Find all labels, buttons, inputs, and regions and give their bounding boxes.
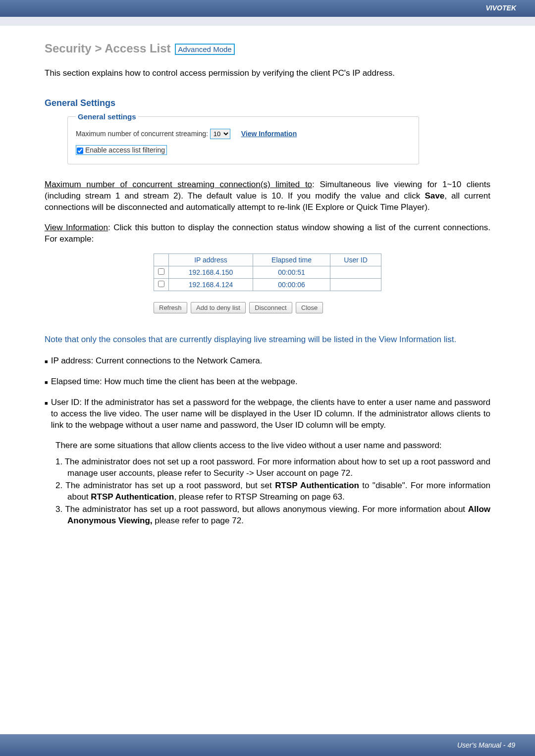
enable-filtering-wrap[interactable]: Enable access list filtering — [76, 145, 167, 155]
para-viewinfo-rest: : Click this button to display the conne… — [45, 223, 490, 244]
add-to-deny-button[interactable]: Add to deny list — [191, 302, 246, 313]
table-header-row: IP address Elapsed time User ID — [154, 254, 381, 266]
enable-filtering-checkbox[interactable] — [77, 148, 83, 154]
brand-text: VIVOTEK — [486, 4, 516, 12]
enable-filtering-label: Enable access list filtering — [85, 146, 165, 154]
table-row: 192.168.4.150 00:00:51 — [154, 266, 381, 279]
para-viewinfo-underline: View Information — [45, 223, 108, 232]
para-max-underline: Maximum number of concurrent streaming c… — [45, 180, 312, 189]
row-checkbox[interactable] — [158, 281, 164, 287]
list-item: 3. The administrator has set up a root p… — [55, 504, 490, 527]
para-max-streaming: Maximum number of concurrent streaming c… — [45, 179, 490, 213]
close-button[interactable]: Close — [296, 302, 323, 313]
para-view-information: View Information: Click this button to d… — [45, 222, 490, 245]
general-settings-legend: General settings — [76, 112, 138, 121]
col-elapsed: Elapsed time — [253, 254, 330, 266]
list-item: 1. The administrator does not set up a r… — [55, 456, 490, 479]
col-ip: IP address — [169, 254, 253, 266]
bullet-userid-text: User ID: If the administrator has set a … — [51, 397, 490, 431]
general-settings-fieldset: General settings Maximum number of concu… — [67, 112, 419, 164]
table-row: 192.168.4.124 00:00:06 — [154, 279, 381, 291]
bullet-icon: ■ — [45, 397, 48, 431]
refresh-button[interactable]: Refresh — [154, 302, 187, 313]
intro-paragraph: This section explains how to control acc… — [45, 67, 490, 79]
max-streaming-label: Maximum number of concurrent streaming: — [76, 130, 208, 138]
bullet-elapsed: ■ Elapsed time: How much time the client… — [45, 376, 490, 388]
row-checkbox[interactable] — [158, 268, 164, 275]
connections-panel: IP address Elapsed time User ID 192.168.… — [154, 253, 381, 313]
connections-table: IP address Elapsed time User ID 192.168.… — [154, 253, 381, 291]
disconnect-button[interactable]: Disconnect — [249, 302, 292, 313]
bullet-icon: ■ — [45, 355, 48, 367]
note-consoles: Note that only the consoles that are cur… — [45, 334, 490, 346]
col-check — [154, 254, 169, 266]
cell-ip: 192.168.4.124 — [169, 279, 253, 291]
cell-user — [330, 266, 381, 279]
view-information-link[interactable]: View Information — [241, 130, 297, 138]
bullet-userid: ■ User ID: If the administrator has set … — [45, 397, 490, 431]
advanced-mode-badge: Advanced Mode — [175, 44, 234, 55]
buttons-row: Refresh Add to deny list Disconnect Clos… — [154, 302, 381, 313]
general-settings-heading: General Settings — [45, 98, 490, 108]
max-streaming-select[interactable]: 10 — [210, 129, 230, 139]
bullet-ip-address: ■ IP address: Current connections to the… — [45, 355, 490, 367]
page-title-text: Security > Access List — [45, 42, 171, 55]
cell-time: 00:00:51 — [253, 266, 330, 279]
page-content: Security > Access List Advanced Mode Thi… — [0, 26, 535, 739]
footer-bar: User's Manual - 49 — [0, 734, 535, 756]
bullet-ip-text: IP address: Current connections to the N… — [51, 355, 490, 367]
numbered-list: 1. The administrator does not set up a r… — [55, 456, 490, 527]
list-item: 2. The administrator has set up a root p… — [55, 480, 490, 503]
col-userid: User ID — [330, 254, 381, 266]
bullet-icon: ■ — [45, 376, 48, 388]
brand-header: VIVOTEK — [0, 0, 535, 17]
page-title: Security > Access List Advanced Mode — [45, 42, 490, 55]
sub-header-bar — [0, 17, 535, 26]
footer-text: User's Manual - 49 — [457, 741, 515, 749]
cell-time: 00:00:06 — [253, 279, 330, 291]
cell-user — [330, 279, 381, 291]
situations-intro: There are some situations that allow cli… — [55, 440, 490, 452]
cell-ip: 192.168.4.150 — [169, 266, 253, 279]
bullet-elapsed-text: Elapsed time: How much time the client h… — [51, 376, 490, 388]
